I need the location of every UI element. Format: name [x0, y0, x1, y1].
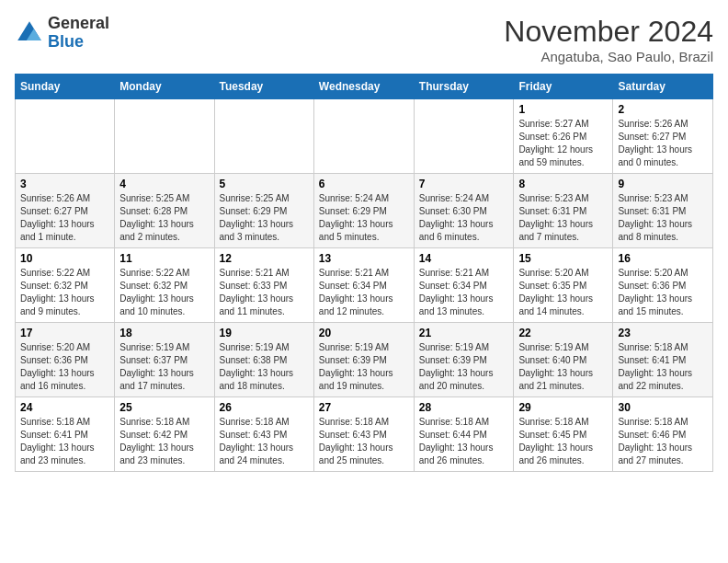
day-info: Sunrise: 5:18 AM Sunset: 6:43 PM Dayligh…	[220, 416, 309, 467]
day-number: 19	[220, 327, 309, 339]
day-info: Sunrise: 5:20 AM Sunset: 6:36 PM Dayligh…	[20, 341, 109, 393]
day-info: Sunrise: 5:27 AM Sunset: 6:26 PM Dayligh…	[518, 118, 608, 169]
day-number: 25	[119, 401, 209, 414]
day-cell: 28Sunrise: 5:18 AM Sunset: 6:44 PM Dayli…	[414, 397, 514, 472]
day-cell: 29Sunrise: 5:18 AM Sunset: 6:45 PM Dayli…	[514, 397, 613, 472]
title-block: November 2024 Angatuba, Sao Paulo, Brazi…	[504, 15, 713, 64]
day-number: 12	[220, 252, 309, 265]
day-number: 18	[119, 327, 209, 339]
weekday-sunday: Sunday	[16, 75, 115, 99]
day-cell: 22Sunrise: 5:19 AM Sunset: 6:40 PM Dayli…	[514, 323, 613, 397]
day-cell: 10Sunrise: 5:22 AM Sunset: 6:32 PM Dayli…	[16, 248, 115, 323]
day-cell: 16Sunrise: 5:20 AM Sunset: 6:36 PM Dayli…	[613, 248, 713, 323]
day-info: Sunrise: 5:18 AM Sunset: 6:41 PM Dayligh…	[20, 416, 109, 467]
day-info: Sunrise: 5:18 AM Sunset: 6:45 PM Dayligh…	[518, 416, 608, 467]
day-cell: 26Sunrise: 5:18 AM Sunset: 6:43 PM Dayli…	[214, 397, 313, 472]
day-cell: 6Sunrise: 5:24 AM Sunset: 6:29 PM Daylig…	[313, 174, 414, 248]
weekday-monday: Monday	[115, 75, 214, 99]
day-number: 23	[618, 327, 708, 339]
day-cell: 12Sunrise: 5:21 AM Sunset: 6:33 PM Dayli…	[214, 248, 313, 323]
day-cell: 3Sunrise: 5:26 AM Sunset: 6:27 PM Daylig…	[16, 174, 115, 248]
day-number: 27	[319, 401, 409, 414]
week-row-5: 24Sunrise: 5:18 AM Sunset: 6:41 PM Dayli…	[16, 397, 713, 472]
calendar-body: 1Sunrise: 5:27 AM Sunset: 6:26 PM Daylig…	[16, 99, 713, 472]
day-info: Sunrise: 5:19 AM Sunset: 6:40 PM Dayligh…	[518, 341, 608, 393]
day-number: 20	[319, 327, 409, 339]
weekday-friday: Friday	[514, 75, 613, 99]
day-number: 15	[518, 252, 608, 265]
day-cell	[16, 99, 115, 174]
day-cell: 30Sunrise: 5:18 AM Sunset: 6:46 PM Dayli…	[613, 397, 713, 472]
day-number: 3	[20, 178, 109, 190]
day-info: Sunrise: 5:19 AM Sunset: 6:37 PM Dayligh…	[119, 341, 209, 393]
day-info: Sunrise: 5:20 AM Sunset: 6:35 PM Dayligh…	[518, 267, 608, 318]
location: Angatuba, Sao Paulo, Brazil	[504, 49, 713, 64]
day-number: 29	[518, 401, 608, 414]
day-info: Sunrise: 5:18 AM Sunset: 6:46 PM Dayligh…	[618, 416, 708, 467]
day-number: 4	[119, 178, 209, 190]
day-cell: 21Sunrise: 5:19 AM Sunset: 6:39 PM Dayli…	[414, 323, 514, 397]
logo: General Blue	[15, 15, 109, 52]
month-title: November 2024	[504, 15, 713, 49]
day-cell	[115, 99, 214, 174]
day-number: 6	[319, 178, 409, 190]
day-number: 10	[20, 252, 109, 265]
day-info: Sunrise: 5:23 AM Sunset: 6:31 PM Dayligh…	[518, 192, 608, 244]
week-row-4: 17Sunrise: 5:20 AM Sunset: 6:36 PM Dayli…	[16, 323, 713, 397]
day-info: Sunrise: 5:19 AM Sunset: 6:39 PM Dayligh…	[319, 341, 409, 393]
day-cell: 2Sunrise: 5:26 AM Sunset: 6:27 PM Daylig…	[613, 99, 713, 174]
day-number: 11	[119, 252, 209, 265]
day-number: 13	[319, 252, 409, 265]
day-number: 7	[419, 178, 509, 190]
day-cell	[313, 99, 414, 174]
logo-text: General Blue	[48, 15, 109, 52]
day-info: Sunrise: 5:22 AM Sunset: 6:32 PM Dayligh…	[20, 267, 109, 318]
day-cell: 17Sunrise: 5:20 AM Sunset: 6:36 PM Dayli…	[16, 323, 115, 397]
day-number: 22	[518, 327, 608, 339]
day-number: 21	[419, 327, 509, 339]
day-cell: 20Sunrise: 5:19 AM Sunset: 6:39 PM Dayli…	[313, 323, 414, 397]
day-number: 14	[419, 252, 509, 265]
day-info: Sunrise: 5:24 AM Sunset: 6:29 PM Dayligh…	[319, 192, 409, 244]
day-cell: 25Sunrise: 5:18 AM Sunset: 6:42 PM Dayli…	[115, 397, 214, 472]
day-cell: 5Sunrise: 5:25 AM Sunset: 6:29 PM Daylig…	[214, 174, 313, 248]
day-cell: 15Sunrise: 5:20 AM Sunset: 6:35 PM Dayli…	[514, 248, 613, 323]
day-cell: 14Sunrise: 5:21 AM Sunset: 6:34 PM Dayli…	[414, 248, 514, 323]
day-info: Sunrise: 5:19 AM Sunset: 6:38 PM Dayligh…	[220, 341, 309, 393]
page-header: General Blue November 2024 Angatuba, Sao…	[15, 15, 713, 64]
day-number: 2	[618, 103, 708, 116]
day-cell: 27Sunrise: 5:18 AM Sunset: 6:43 PM Dayli…	[313, 397, 414, 472]
weekday-tuesday: Tuesday	[214, 75, 313, 99]
day-cell: 18Sunrise: 5:19 AM Sunset: 6:37 PM Dayli…	[115, 323, 214, 397]
day-number: 5	[220, 178, 309, 190]
day-info: Sunrise: 5:18 AM Sunset: 6:42 PM Dayligh…	[119, 416, 209, 467]
weekday-saturday: Saturday	[613, 75, 713, 99]
logo-icon	[15, 18, 44, 48]
day-info: Sunrise: 5:26 AM Sunset: 6:27 PM Dayligh…	[618, 118, 708, 169]
day-info: Sunrise: 5:26 AM Sunset: 6:27 PM Dayligh…	[20, 192, 109, 244]
day-cell: 4Sunrise: 5:25 AM Sunset: 6:28 PM Daylig…	[115, 174, 214, 248]
day-info: Sunrise: 5:21 AM Sunset: 6:34 PM Dayligh…	[419, 267, 509, 318]
day-number: 17	[20, 327, 109, 339]
day-cell: 11Sunrise: 5:22 AM Sunset: 6:32 PM Dayli…	[115, 248, 214, 323]
day-cell: 1Sunrise: 5:27 AM Sunset: 6:26 PM Daylig…	[514, 99, 613, 174]
day-number: 8	[518, 178, 608, 190]
weekday-header-row: SundayMondayTuesdayWednesdayThursdayFrid…	[16, 75, 713, 99]
calendar-table: SundayMondayTuesdayWednesdayThursdayFrid…	[15, 74, 713, 472]
day-info: Sunrise: 5:25 AM Sunset: 6:29 PM Dayligh…	[220, 192, 309, 244]
day-cell: 23Sunrise: 5:18 AM Sunset: 6:41 PM Dayli…	[613, 323, 713, 397]
day-cell	[214, 99, 313, 174]
day-info: Sunrise: 5:21 AM Sunset: 6:33 PM Dayligh…	[220, 267, 309, 318]
weekday-wednesday: Wednesday	[313, 75, 414, 99]
week-row-2: 3Sunrise: 5:26 AM Sunset: 6:27 PM Daylig…	[16, 174, 713, 248]
day-info: Sunrise: 5:20 AM Sunset: 6:36 PM Dayligh…	[618, 267, 708, 318]
day-info: Sunrise: 5:24 AM Sunset: 6:30 PM Dayligh…	[419, 192, 509, 244]
week-row-1: 1Sunrise: 5:27 AM Sunset: 6:26 PM Daylig…	[16, 99, 713, 174]
day-info: Sunrise: 5:19 AM Sunset: 6:39 PM Dayligh…	[419, 341, 509, 393]
day-info: Sunrise: 5:21 AM Sunset: 6:34 PM Dayligh…	[319, 267, 409, 318]
day-number: 28	[419, 401, 509, 414]
day-cell: 13Sunrise: 5:21 AM Sunset: 6:34 PM Dayli…	[313, 248, 414, 323]
day-number: 9	[618, 178, 708, 190]
day-number: 1	[518, 103, 608, 116]
day-cell: 8Sunrise: 5:23 AM Sunset: 6:31 PM Daylig…	[514, 174, 613, 248]
